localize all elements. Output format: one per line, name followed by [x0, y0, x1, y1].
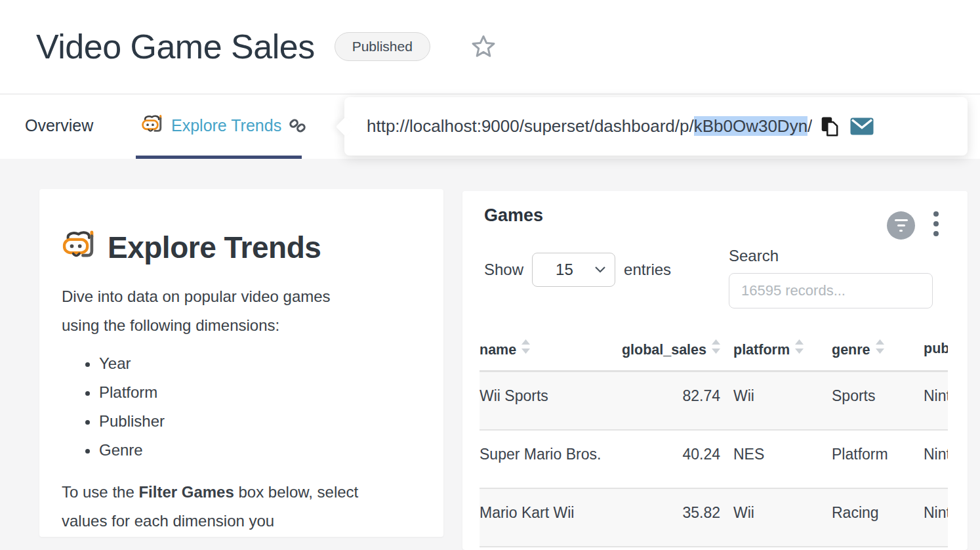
usage-instructions: To use the Filter Games box below, selec…: [62, 478, 370, 536]
tab-explore-trends[interactable]: Explore Trends: [141, 95, 306, 156]
page-title: Video Game Sales: [36, 27, 315, 66]
diving-mask-icon: [62, 230, 97, 265]
column-header-publisher[interactable]: pub: [910, 331, 948, 371]
share-url-text: http://localhost:9000/superset/dashboard…: [367, 116, 812, 137]
column-header-name[interactable]: name: [480, 331, 604, 371]
active-tab-underline: [136, 156, 302, 159]
sort-arrows-icon: [521, 339, 530, 358]
page-size-value: 15: [556, 261, 573, 279]
tab-overview[interactable]: Overview: [25, 95, 93, 156]
more-options-menu-icon[interactable]: [932, 210, 940, 238]
entries-label: entries: [624, 261, 671, 279]
filter-indicator-icon[interactable]: [887, 211, 915, 240]
favorite-star-icon[interactable]: [471, 34, 496, 59]
sort-arrows-icon: [712, 339, 720, 358]
page-size-select[interactable]: 15: [532, 253, 615, 287]
sort-arrows-icon: [795, 339, 804, 358]
explore-card-title: Explore Trends: [108, 230, 321, 265]
tab-explore-trends-label: Explore Trends: [171, 116, 281, 135]
column-header-platform[interactable]: platform: [720, 331, 819, 371]
chart-title: Games: [484, 205, 543, 226]
diving-mask-icon: [141, 114, 164, 137]
list-item: Genre: [99, 436, 370, 465]
published-badge[interactable]: Published: [335, 32, 430, 61]
list-item: Platform: [99, 378, 370, 407]
search-input[interactable]: [729, 273, 933, 308]
table-row: Mario Kart Wii 35.82 Wii Racing Nint: [480, 488, 948, 547]
table-row: Super Mario Bros. 40.24 NES Platform Nin…: [480, 430, 948, 488]
games-table-container: name global_sales platform genre pub Wii…: [480, 331, 948, 550]
selected-url-token: kBb0Ow30Dyn: [694, 116, 807, 136]
sort-arrows-icon: [876, 339, 884, 358]
dashboard-header: Video Game Sales Published: [0, 0, 980, 93]
explore-trends-card: Explore Trends Dive into data on popular…: [39, 189, 443, 537]
chain-link-icon[interactable]: [289, 117, 306, 135]
search-label: Search: [729, 247, 933, 265]
list-item: Year: [99, 349, 370, 378]
games-chart-card: Games Show 15 entries Search name global…: [462, 191, 968, 550]
chevron-down-icon: [595, 266, 605, 273]
games-table: name global_sales platform genre pub Wii…: [480, 331, 948, 547]
show-label: Show: [484, 261, 523, 279]
share-url-popover: http://localhost:9000/superset/dashboard…: [344, 97, 968, 156]
column-header-global-sales[interactable]: global_sales: [604, 331, 720, 371]
table-row: Wii Sports 82.74 Wii Sports Nint: [480, 371, 948, 430]
column-header-genre[interactable]: genre: [819, 331, 910, 371]
copy-icon[interactable]: [820, 116, 840, 137]
list-item: Publisher: [99, 407, 370, 436]
dimension-list: Year Platform Publisher Genre: [62, 349, 370, 465]
explore-intro-text: Dive into data on popular video games us…: [62, 282, 370, 340]
envelope-icon[interactable]: [850, 117, 874, 135]
